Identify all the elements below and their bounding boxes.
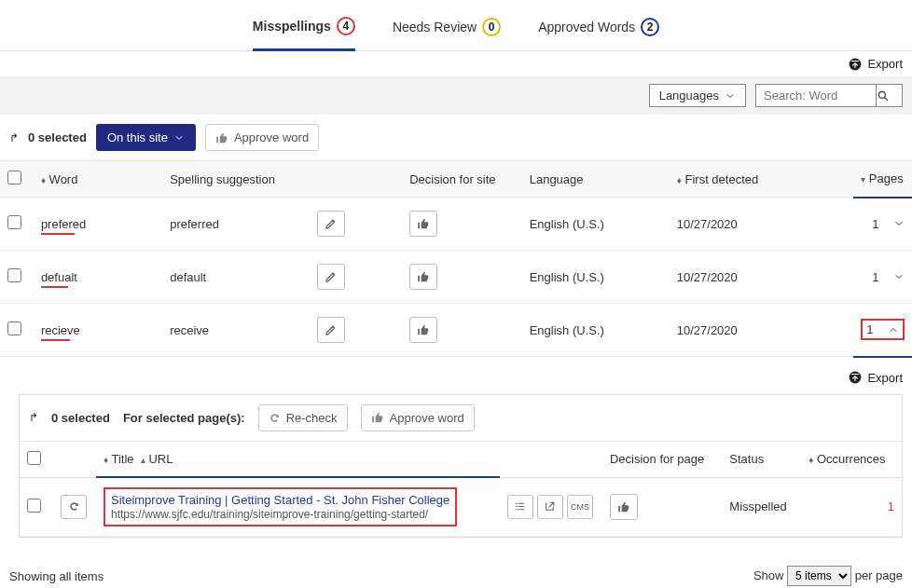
page-approve-button[interactable] — [610, 494, 638, 520]
sort-desc-icon: ▾ — [861, 174, 865, 185]
open-external-button[interactable] — [537, 495, 563, 519]
edit-suggestion-button[interactable] — [317, 264, 345, 290]
pages-card: ↱ 0 selected For selected page(s): Re-ch… — [19, 394, 903, 539]
misspellings-table: ♦ Word Spelling suggestion Decision for … — [0, 160, 912, 358]
show-label: Show — [753, 568, 784, 582]
language-cell: English (U.S.) — [522, 251, 670, 304]
search-wrap — [755, 84, 903, 107]
tab-approved-words[interactable]: Approved Words 2 — [538, 18, 659, 49]
refresh-icon — [269, 412, 281, 424]
col-suggestion: Spelling suggestion — [162, 161, 310, 198]
tab-label: Misspellings — [253, 19, 331, 34]
sub-export-button[interactable]: Export — [849, 371, 903, 385]
pages-table: ♦ Title ▴ URL Decision for page Status ♦… — [20, 441, 902, 538]
approve-row-button[interactable] — [409, 264, 437, 290]
select-all-checkbox[interactable] — [7, 171, 21, 185]
sub-action-row: ↱ 0 selected For selected page(s): Re-ch… — [20, 395, 902, 441]
recheck-button[interactable]: Re-check — [258, 404, 348, 431]
language-cell: English (U.S.) — [522, 304, 670, 357]
page-title-link[interactable]: Siteimprove Training | Getting Started -… — [111, 493, 449, 507]
sort-asc-icon: ▴ — [141, 455, 145, 465]
edit-suggestion-button[interactable] — [317, 317, 345, 343]
col-title-url[interactable]: ♦ Title ▴ URL — [96, 441, 500, 477]
export-button[interactable]: Export — [849, 57, 903, 71]
sub-selected-count: 0 selected — [51, 411, 110, 425]
page-row: Siteimprove Training | Getting Started -… — [20, 477, 902, 537]
tabs-bar: Misspellings 4 Needs Review 0 Approved W… — [0, 0, 912, 51]
filter-bar: Languages — [0, 76, 912, 115]
search-input[interactable] — [755, 84, 877, 107]
approve-word-button[interactable]: Approve word — [205, 124, 319, 151]
pages-toggle[interactable]: 1 — [861, 319, 905, 340]
col-word[interactable]: ♦ Word — [34, 161, 162, 198]
suggestion-cell: preferred — [162, 198, 310, 251]
occurrences-cell: 1 — [801, 477, 902, 537]
sort-icon: ♦ — [104, 455, 108, 465]
sub-approve-word-button[interactable]: Approve word — [361, 404, 475, 431]
status-cell: Misspelled — [722, 477, 801, 537]
chevron-up-icon — [888, 324, 899, 335]
export-row: Export — [0, 51, 912, 76]
misspelled-word: recieve — [41, 323, 80, 337]
date-cell: 10/27/2020 — [670, 198, 853, 251]
row-checkbox[interactable] — [7, 268, 21, 282]
selected-count: 0 selected — [28, 130, 87, 144]
misspelled-word: prefered — [41, 217, 86, 231]
search-icon — [877, 89, 902, 103]
sort-icon: ♦ — [808, 455, 813, 465]
chevron-down-icon — [173, 132, 185, 144]
date-cell: 10/27/2020 — [670, 251, 853, 304]
col-decision: Decision for site — [402, 161, 522, 198]
pages-toggle[interactable]: 1 — [872, 270, 905, 284]
language-dropdown[interactable]: Languages — [649, 84, 746, 107]
on-this-site-button[interactable]: On this site — [96, 124, 196, 151]
action-row: ↱ 0 selected On this site Approve word — [0, 115, 912, 160]
sub-select-all-checkbox[interactable] — [27, 451, 41, 465]
row-checkbox[interactable] — [7, 321, 21, 335]
page-link-highlight: Siteimprove Training | Getting Started -… — [104, 487, 457, 526]
table-row: recieve receive English (U.S.) 10/27/202… — [0, 304, 912, 357]
button-label: On this site — [107, 130, 168, 144]
tab-count-badge: 4 — [337, 17, 355, 35]
chevron-down-icon — [893, 271, 905, 282]
corner-arrow-icon: ↱ — [29, 411, 38, 424]
col-language: Language — [522, 161, 670, 198]
corner-arrow-icon: ↱ — [9, 131, 19, 144]
share-icon — [849, 58, 862, 71]
tab-misspellings[interactable]: Misspellings 4 — [253, 17, 355, 51]
col-occurrences[interactable]: ♦ Occurrences — [801, 441, 902, 477]
table-row: defualt default English (U.S.) 10/27/202… — [0, 251, 912, 304]
search-button[interactable] — [877, 84, 903, 107]
sort-icon: ♦ — [41, 175, 46, 185]
thumbs-up-icon — [215, 131, 228, 144]
cms-button[interactable]: CMS — [567, 495, 593, 519]
col-decision-page: Decision for page — [602, 441, 722, 477]
button-label: Approve word — [234, 130, 309, 144]
tab-label: Approved Words — [538, 20, 635, 34]
misspelled-word: defualt — [41, 270, 77, 284]
col-first-detected[interactable]: ♦ First detected — [670, 161, 853, 198]
for-selected-label: For selected page(s): — [123, 411, 245, 425]
per-page-control: Show 5 items per page — [753, 566, 903, 586]
page-url: https://www.sjfc.edu/training/siteimprov… — [111, 508, 428, 521]
date-cell: 10/27/2020 — [670, 304, 853, 357]
tab-count-badge: 2 — [641, 18, 659, 36]
chevron-down-icon — [725, 90, 736, 102]
tab-needs-review[interactable]: Needs Review 0 — [393, 18, 501, 49]
page-row-checkbox[interactable] — [27, 499, 41, 513]
approve-row-button[interactable] — [409, 317, 437, 343]
footer-row: Showing all items Show 5 items per page — [0, 551, 912, 588]
per-page-select[interactable]: 5 items — [787, 566, 851, 586]
edit-suggestion-button[interactable] — [317, 211, 345, 237]
table-row: prefered preferred English (U.S.) 10/27/… — [0, 198, 912, 251]
thumbs-up-icon — [371, 411, 384, 424]
row-checkbox[interactable] — [7, 215, 21, 229]
share-icon — [849, 371, 862, 384]
export-label: Export — [867, 371, 903, 385]
col-pages[interactable]: ▾ Pages — [853, 161, 912, 198]
page-recheck-button[interactable] — [61, 495, 87, 519]
suggestion-cell: default — [162, 251, 310, 304]
list-view-button[interactable] — [507, 495, 533, 519]
approve-row-button[interactable] — [409, 211, 437, 237]
pages-toggle[interactable]: 1 — [872, 217, 905, 231]
